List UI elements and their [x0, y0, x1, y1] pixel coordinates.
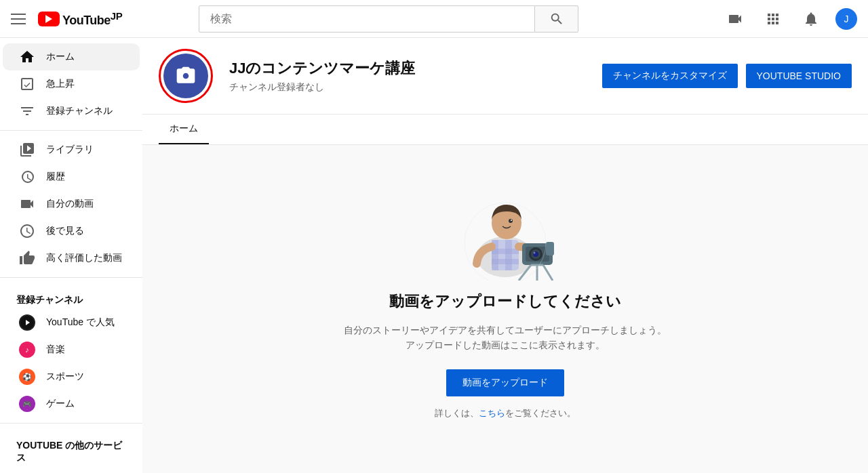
- channel-name: JJのコンテンツマーケ講座: [229, 58, 586, 79]
- sidebar-label-home: ホーム: [46, 51, 75, 63]
- sidebar-item-liked[interactable]: 高く評価した動画: [3, 245, 140, 272]
- header-right: J: [722, 5, 857, 33]
- channel-avatar-ring: [159, 49, 213, 103]
- sidebar-item-my-videos[interactable]: 自分の動画: [3, 190, 140, 218]
- liked-icon: [19, 250, 35, 266]
- channel-avatar-wrap: [159, 49, 213, 103]
- trending-icon: [19, 76, 35, 92]
- svg-rect-6: [492, 259, 519, 264]
- sidebar-item-history[interactable]: 履歴: [3, 163, 140, 190]
- apps-icon: [765, 11, 781, 27]
- sidebar-label-library: ライブラリ: [46, 144, 94, 156]
- channel-icon-popular: [19, 314, 35, 331]
- svg-rect-4: [505, 240, 512, 270]
- my-videos-icon: [19, 196, 35, 212]
- empty-description: 自分のストーリーやアイデアを共有してユーザーにアプローチしましょう。 アップロー…: [344, 323, 667, 353]
- library-icon: [19, 142, 35, 158]
- customize-channel-button[interactable]: チャンネルをカスタマイズ: [602, 64, 738, 88]
- svg-line-19: [543, 265, 553, 281]
- sidebar-label-watch-later: 後で見る: [46, 225, 84, 237]
- search-input[interactable]: [199, 13, 534, 25]
- logo-text: YouTubeJP: [62, 10, 122, 28]
- channel-info: JJのコンテンツマーケ講座 チャンネル登録者なし: [229, 58, 586, 94]
- bell-icon: [803, 11, 819, 27]
- channel-avatar-inner: [163, 54, 208, 98]
- sidebar-label-trending: 急上昇: [46, 78, 75, 90]
- avatar[interactable]: J: [835, 8, 857, 30]
- search-input-wrap: [199, 5, 535, 33]
- sidebar-item-yt-popular[interactable]: YouTube で人気: [3, 309, 140, 336]
- detail-link-anchor[interactable]: こちら: [479, 408, 505, 418]
- body: ホーム 急上昇 登録チャンネル: [0, 38, 868, 473]
- history-icon: [19, 169, 35, 185]
- sidebar-item-trending[interactable]: 急上昇: [3, 70, 140, 98]
- divider-3: [0, 423, 142, 424]
- svg-point-8: [509, 219, 513, 223]
- create-video-button[interactable]: [722, 5, 749, 33]
- svg-rect-5: [492, 249, 519, 254]
- channel-subscribers: チャンネル登録者なし: [229, 81, 586, 94]
- sidebar-item-library[interactable]: ライブラリ: [3, 136, 140, 163]
- header-left: YouTubeJP: [11, 10, 122, 28]
- empty-detail-link: 詳しくは、こちらをご覧ください。: [435, 407, 576, 419]
- channel-header: JJのコンテンツマーケ講座 チャンネル登録者なし チャンネルをカスタマイズ YO…: [142, 38, 868, 115]
- sidebar-label-yt-popular: YouTube で人気: [46, 316, 115, 329]
- watch-later-icon: [19, 223, 35, 239]
- sidebar-label-games: ゲーム: [46, 398, 75, 410]
- divider-2: [0, 277, 142, 278]
- section-title-youtube-services: YOUTUBE の他のサービス: [0, 429, 142, 467]
- search-button[interactable]: [535, 5, 578, 33]
- channel-tabs: ホーム: [142, 115, 868, 145]
- sidebar-label-my-videos: 自分の動画: [46, 198, 94, 210]
- section-title-channels: 登録チャンネル: [0, 283, 142, 309]
- svg-rect-16: [546, 242, 554, 255]
- sidebar-item-sports[interactable]: ⚽ スポーツ: [3, 363, 140, 390]
- subscriptions-icon: [19, 103, 35, 119]
- header: YouTubeJP J: [0, 0, 868, 38]
- camera-icon: [175, 65, 197, 87]
- youtube-logo[interactable]: YouTubeJP: [38, 10, 122, 28]
- sidebar-item-home[interactable]: ホーム: [3, 43, 140, 70]
- youtube-studio-button[interactable]: YOUTUBE STUDIO: [746, 64, 852, 88]
- hamburger-menu[interactable]: [11, 11, 27, 27]
- youtube-logo-icon: [38, 12, 60, 26]
- channel-actions: チャンネルをカスタマイズ YOUTUBE STUDIO: [602, 64, 852, 88]
- sidebar-item-games[interactable]: 🎮 ゲーム: [3, 390, 140, 417]
- svg-point-9: [511, 220, 512, 221]
- sidebar-label-subscriptions: 登録チャンネル: [46, 105, 113, 117]
- upload-video-button[interactable]: 動画をアップロード: [446, 369, 564, 396]
- divider-1: [0, 130, 142, 131]
- channel-icon-sports: ⚽: [19, 369, 35, 385]
- sidebar: ホーム 急上昇 登録チャンネル: [0, 38, 142, 473]
- home-icon: [19, 49, 35, 65]
- channel-icon-music: ♪: [19, 342, 35, 358]
- logo-sup: JP: [111, 10, 122, 22]
- sidebar-item-music[interactable]: ♪ 音楽: [3, 336, 140, 363]
- video-camera-icon: [727, 11, 743, 27]
- svg-point-15: [534, 252, 536, 254]
- sidebar-label-music: 音楽: [46, 344, 65, 356]
- sidebar-item-watch-later[interactable]: 後で見る: [3, 218, 140, 245]
- sidebar-item-subscriptions[interactable]: 登録チャンネル: [3, 98, 140, 125]
- sidebar-item-premium[interactable]: YouTube Premium: [3, 467, 140, 473]
- sidebar-label-history: 履歴: [46, 171, 65, 183]
- search-icon: [549, 12, 564, 26]
- empty-illustration: [451, 186, 559, 281]
- empty-state: 動画をアップロードしてください 自分のストーリーやアイデアを共有してユーザーにア…: [142, 145, 868, 460]
- notifications-button[interactable]: [797, 5, 825, 33]
- sidebar-label-sports: スポーツ: [46, 371, 84, 383]
- apps-button[interactable]: [760, 5, 787, 33]
- main-content: JJのコンテンツマーケ講座 チャンネル登録者なし チャンネルをカスタマイズ YO…: [142, 38, 868, 473]
- tab-home[interactable]: ホーム: [159, 115, 209, 144]
- channel-icon-games: 🎮: [19, 396, 35, 412]
- empty-title: 動画をアップロードしてください: [389, 291, 621, 312]
- sidebar-label-liked: 高く評価した動画: [46, 252, 122, 264]
- search-bar: [199, 5, 578, 33]
